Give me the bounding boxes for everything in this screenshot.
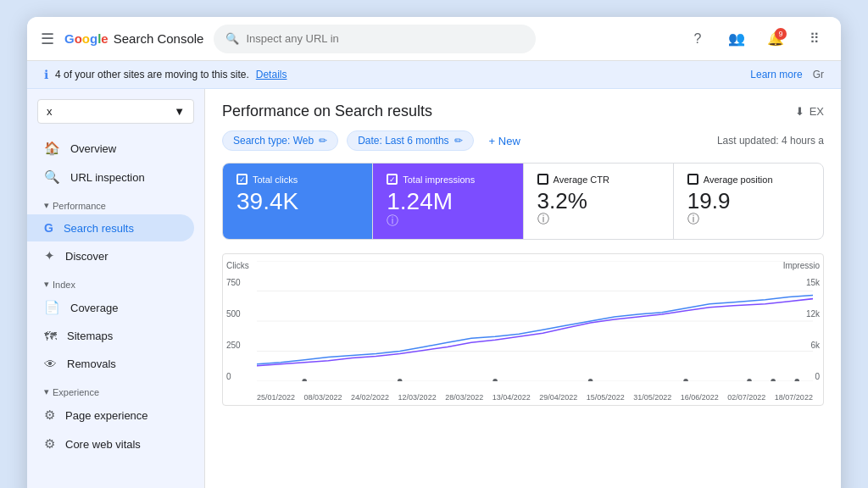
metric-avg-ctr[interactable]: Average CTR 3.2% ⓘ: [524, 164, 674, 239]
chart-container: Clicks Impressio 750 500 250 0 15k 12k 6…: [222, 253, 824, 406]
google-logo: Google: [64, 31, 108, 46]
search-nav-icon: 🔍: [44, 169, 60, 185]
banner-close[interactable]: Gr: [813, 69, 824, 80]
help-icon: ?: [694, 31, 702, 47]
avg-ctr-value: 3.2%: [537, 190, 659, 212]
metric-total-impressions[interactable]: Total impressions 1.24M ⓘ: [373, 164, 523, 239]
site-selector[interactable]: x ▼: [37, 99, 194, 124]
svg-point-11: [771, 379, 776, 381]
search-type-filter[interactable]: Search type: Web ✏: [222, 130, 338, 151]
svg-point-10: [747, 379, 752, 381]
chart-y-ticks-left: 750 500 250 0: [226, 278, 241, 381]
banner-actions: Learn more Gr: [750, 69, 824, 80]
performance-section-label: ▾ Performance: [27, 191, 204, 214]
discover-label: Discover: [65, 250, 108, 263]
accounts-button[interactable]: 👥: [724, 26, 749, 52]
discover-icon: ✦: [44, 248, 55, 263]
svg-point-12: [794, 379, 799, 381]
svg-point-7: [492, 379, 498, 381]
new-filter-button[interactable]: + New: [482, 131, 527, 151]
search-bar[interactable]: 🔍: [214, 25, 536, 53]
metric-avg-position[interactable]: Average position 19.9 ⓘ: [674, 164, 823, 239]
metric-total-clicks[interactable]: Total clicks 39.4K: [223, 164, 373, 239]
page-experience-label: Page experience: [65, 409, 148, 422]
sitemaps-icon: 🗺: [44, 329, 57, 343]
info-icon: ℹ: [44, 68, 48, 81]
page-title: Performance on Search results: [222, 103, 432, 120]
collapse-index-icon: ▾: [44, 279, 49, 290]
position-help-icon[interactable]: ⓘ: [687, 212, 699, 225]
sidebar-item-coverage[interactable]: 📄 Coverage: [27, 293, 194, 322]
menu-icon[interactable]: ☰: [41, 30, 54, 48]
download-icon: ⬇: [795, 105, 804, 118]
edit-date-icon: ✏: [454, 135, 463, 147]
impressions-help-icon[interactable]: ⓘ: [387, 214, 398, 227]
date-label: Date: Last 6 months: [358, 135, 448, 147]
learn-more-link[interactable]: Learn more: [750, 69, 802, 80]
sidebar-item-removals[interactable]: 👁 Removals: [27, 350, 194, 378]
search-type-label: Search type: Web: [233, 135, 314, 147]
sidebar-url-inspection-label: URL inspection: [70, 171, 145, 184]
last-updated: Last updated: 4 hours a: [717, 135, 824, 147]
index-section-label: ▾ Index: [27, 270, 204, 293]
search-results-label: Search results: [64, 222, 134, 235]
search-input[interactable]: [246, 32, 524, 45]
export-label: EX: [810, 105, 824, 118]
sidebar-item-sitemaps[interactable]: 🗺 Sitemaps: [27, 322, 194, 350]
removals-label: Removals: [67, 358, 116, 370]
sidebar-item-search-results[interactable]: G Search results: [27, 214, 194, 241]
apps-button[interactable]: ⠿: [802, 26, 827, 52]
sidebar-item-page-experience[interactable]: ⚙ Page experience: [27, 401, 194, 430]
sidebar-item-core-web-vitals[interactable]: ⚙ Core web vitals: [27, 430, 194, 458]
main-layout: x ▼ 🏠 Overview 🔍 URL inspection ▾ Perfor…: [27, 89, 841, 488]
svg-point-5: [302, 379, 307, 381]
total-clicks-checkbox[interactable]: [236, 174, 248, 185]
banner-details-link[interactable]: Details: [256, 69, 287, 80]
topbar-right: ? 👥 🔔 9 ⠿: [685, 26, 827, 52]
content-area: Performance on Search results ⬇ EX Searc…: [205, 89, 841, 488]
date-filter[interactable]: Date: Last 6 months ✏: [347, 130, 473, 151]
chart-y-ticks-right: 15k 12k 6k 0: [806, 278, 820, 381]
avg-ctr-checkbox[interactable]: [537, 174, 548, 185]
avg-position-checkbox[interactable]: [687, 174, 698, 185]
chart-y-label-left: Clicks: [226, 261, 249, 270]
removals-icon: 👁: [44, 357, 57, 371]
google-g-icon: G: [44, 221, 53, 235]
app-logo: Google Search Console: [64, 31, 203, 46]
export-button[interactable]: ⬇ EX: [795, 105, 824, 118]
app-title: Search Console: [114, 31, 204, 46]
collapse-exp-icon: ▾: [44, 386, 49, 397]
edit-search-type-icon: ✏: [319, 135, 327, 147]
apps-icon: ⠿: [810, 30, 820, 47]
notification-banner: ℹ 4 of your other sites are moving to th…: [27, 61, 841, 89]
coverage-icon: 📄: [44, 300, 60, 315]
svg-point-6: [398, 379, 403, 381]
sidebar-item-overview[interactable]: 🏠 Overview: [27, 134, 194, 163]
chart-x-labels: 25/01/2022 08/03/2022 24/02/2022 12/03/2…: [257, 393, 813, 402]
topbar: ☰ Google Search Console 🔍 ? 👥 🔔 9 ⠿: [27, 17, 841, 61]
dropdown-arrow-icon: ▼: [174, 105, 185, 118]
sidebar-item-url-inspection[interactable]: 🔍 URL inspection: [27, 163, 194, 191]
avg-position-label: Average position: [687, 174, 810, 185]
total-impressions-checkbox[interactable]: [387, 174, 398, 185]
sidebar-item-discover[interactable]: ✦ Discover: [27, 241, 194, 270]
content-header: Performance on Search results ⬇ EX: [222, 103, 824, 120]
total-impressions-label: Total impressions: [387, 174, 509, 185]
home-icon: 🏠: [44, 141, 60, 156]
total-clicks-label: Total clicks: [236, 174, 359, 185]
sidebar-overview-label: Overview: [70, 142, 116, 155]
page-exp-icon: ⚙: [44, 408, 55, 423]
svg-point-8: [588, 379, 593, 381]
cwv-label: Core web vitals: [65, 438, 141, 451]
site-name: x: [47, 105, 53, 118]
notification-badge: 9: [775, 28, 787, 40]
ctr-help-icon[interactable]: ⓘ: [537, 212, 549, 225]
coverage-label: Coverage: [70, 302, 118, 314]
notifications-button[interactable]: 🔔 9: [763, 26, 788, 52]
avg-ctr-label: Average CTR: [537, 174, 659, 185]
total-clicks-value: 39.4K: [236, 190, 359, 214]
collapse-icon: ▾: [44, 200, 49, 211]
help-button[interactable]: ?: [685, 26, 710, 52]
performance-chart: [257, 261, 813, 381]
app-window: ☰ Google Search Console 🔍 ? 👥 🔔 9 ⠿: [27, 17, 841, 488]
